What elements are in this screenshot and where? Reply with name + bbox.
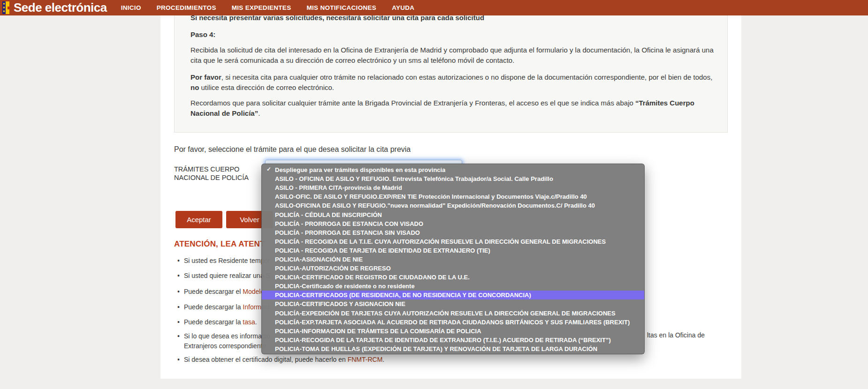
dropdown-option[interactable]: POLICIA-INFORMACION DE TRÁMITES DE LA CO… bbox=[262, 327, 644, 336]
bullet-icon: • bbox=[177, 271, 184, 280]
fnmt-link[interactable]: FNMT-RCM bbox=[348, 356, 383, 363]
dropdown-option[interactable]: ASILO-OFICINA DE ASILO Y REFUGIO."nueva … bbox=[262, 201, 644, 210]
dropdown-option[interactable]: POLICIA-TOMA DE HUELLAS (EXPEDICIÓN DE T… bbox=[262, 344, 644, 353]
nav-item-procedimientos[interactable]: PROCEDIMIENTOS bbox=[157, 4, 216, 11]
list-item: •Puede descargar el Modelo o bbox=[177, 287, 270, 296]
brand-title[interactable]: Sede electrónica bbox=[14, 0, 107, 15]
dropdown-option-label: POLICÍA-EXP.TARJETA ASOCIADA AL ACUERDO … bbox=[275, 319, 630, 326]
intro-paragraph-1: Recibida la solicitud de cita del intere… bbox=[190, 45, 714, 66]
dropdown-option[interactable]: ASILO - OFICINA DE ASILO Y REFUGIO. Entr… bbox=[262, 174, 644, 183]
dropdown-option-selected[interactable]: POLICIA-CERTIFICADOS (DE RESIDENCIA, DE … bbox=[262, 291, 644, 299]
dropdown-option[interactable]: POLICÍA - CÉDULA DE INSCRIPCIÓN bbox=[262, 210, 644, 219]
nav-item-mis-expedientes[interactable]: MIS EXPEDIENTES bbox=[232, 4, 291, 11]
bullet-icon: • bbox=[177, 317, 184, 327]
accept-button[interactable]: Aceptar bbox=[175, 211, 222, 228]
intro-clipped-line: Si necesita presentar varias solicitudes… bbox=[190, 15, 714, 23]
tramites-field-label-line2: NACIONAL DE POLICÍA bbox=[174, 173, 249, 182]
bullet-text: Si lo que desea es informació bbox=[184, 332, 270, 340]
eu-stars-icon bbox=[2, 1, 6, 14]
dropdown-option-label: ASILO - PRIMERA CITA-provincia de Madrid bbox=[275, 184, 402, 191]
list-item: •Puede descargar la Informaci bbox=[177, 302, 270, 312]
dropdown-option-label: POLICIA-INFORMACION DE TRÁMITES DE LA CO… bbox=[275, 328, 481, 335]
main-nav: INICIOPROCEDIMIENTOSMIS EXPEDIENTESMIS N… bbox=[121, 4, 415, 11]
intro-p2-bold2: no bbox=[190, 83, 199, 91]
dropdown-option[interactable]: POLICÍA-EXP.TARJETA ASOCIADA AL ACUERDO … bbox=[262, 318, 644, 327]
bullet-icon: • bbox=[177, 355, 184, 364]
dropdown-option-label: POLICIA - RECOGIDA DE TARJETA DE IDENTID… bbox=[275, 247, 490, 254]
bullet-text: Puede descargar la bbox=[184, 318, 243, 326]
list-item: •Si usted quiere realizar una S bbox=[177, 271, 270, 280]
intro-paragraph-2: Por favor, si necesita cita para cualqui… bbox=[190, 72, 714, 93]
bullet-icon: • bbox=[177, 302, 184, 312]
dropdown-option[interactable]: POLICÍA - PRORROGA DE ESTANCIA CON VISAD… bbox=[262, 219, 644, 228]
bullet-text-right-fragment: ltas en la Oficina de bbox=[647, 331, 705, 339]
dropdown-option[interactable]: POLICIA-RECOGIDA DE LA TARJETA DE IDENTI… bbox=[262, 336, 644, 344]
dropdown-option[interactable]: POLICIA-CERTIFICADO DE REGISTRO DE CIUDA… bbox=[262, 273, 644, 282]
dropdown-option-label: ASILO - OFICINA DE ASILO Y REFUGIO. Entr… bbox=[275, 175, 553, 182]
intro-p3-text1: Recordamos que para solicitar cualquier … bbox=[190, 99, 635, 107]
bullet-text: . bbox=[382, 356, 384, 363]
step-title: Paso 4: bbox=[190, 30, 714, 40]
bullet-icon: • bbox=[177, 287, 184, 296]
dropdown-option-label: POLICIA-CERTIFICADO DE REGISTRO DE CIUDA… bbox=[275, 274, 470, 281]
dropdown-option-label: Despliegue para ver trámites disponibles… bbox=[275, 166, 445, 173]
spain-flag-icon bbox=[6, 1, 9, 14]
tramites-field-label: TRÁMITES CUERPO NACIONAL DE POLICÍA bbox=[174, 165, 249, 182]
dropdown-option[interactable]: POLICIA-Certificado de residente o no re… bbox=[262, 282, 644, 291]
bullet-text: Si usted quiere realizar una S bbox=[184, 272, 270, 279]
bullet-text-line2: Extranjeros correspondiente bbox=[184, 342, 266, 350]
dropdown-option-label: POLICÍA - RECOGIDA DE LA T.I.E. CUYA AUT… bbox=[275, 238, 606, 245]
dropdown-option-label: POLICIA-TOMA DE HUELLAS (EXPEDICIÓN DE T… bbox=[275, 345, 597, 352]
dropdown-option[interactable]: ASILO-OFIC. DE ASILO Y REFUGIO.EXP/REN T… bbox=[262, 192, 644, 201]
dropdown-option-label: POLICIA-AUTORIZACIÓN DE REGRESO bbox=[275, 265, 391, 272]
dropdown-option-label: POLICIA-Certificado de residente o no re… bbox=[275, 283, 415, 290]
checkmark-icon: ✓ bbox=[266, 166, 271, 172]
dropdown-option[interactable]: POLICÍA - RECOGIDA DE LA T.I.E. CUYA AUT… bbox=[262, 237, 644, 246]
nav-item-mis-notificaciones[interactable]: MIS NOTIFICACIONES bbox=[306, 4, 376, 11]
intro-paragraph-1-text: Recibida la solicitud de cita del intere… bbox=[190, 46, 714, 64]
dropdown-option[interactable]: ASILO - PRIMERA CITA-provincia de Madrid bbox=[262, 183, 644, 192]
tramites-dropdown: ✓Despliegue para ver trámites disponible… bbox=[261, 164, 645, 354]
bullet-icon: • bbox=[177, 256, 184, 265]
tasa-link[interactable]: tasa bbox=[243, 318, 255, 326]
dropdown-option-label: POLICÍA-EXPEDICIÓN DE TARJETAS CUYA AUTO… bbox=[275, 310, 616, 317]
dropdown-option-label: POLICIA-CERTIFICADOS Y ASIGNACION NIE bbox=[275, 300, 405, 307]
intro-p3-text2: . bbox=[258, 109, 260, 117]
dropdown-option[interactable]: POLICÍA - PRORROGA DE ESTANCIA SIN VISAD… bbox=[262, 228, 644, 237]
page: Si necesita presentar varias solicitudes… bbox=[0, 0, 868, 389]
top-navbar: Sede electrónica INICIOPROCEDIMIENTOSMIS… bbox=[0, 0, 868, 15]
bullet-text: Puede descargar la bbox=[184, 303, 243, 311]
tramites-field-label-line1: TRÁMITES CUERPO bbox=[174, 165, 249, 173]
list-item: •Si desea obtener el certificado digital… bbox=[177, 355, 384, 364]
dropdown-option[interactable]: ✓Despliegue para ver trámites disponible… bbox=[262, 165, 644, 174]
dropdown-option-label: POLICÍA - CÉDULA DE INSCRIPCIÓN bbox=[275, 211, 382, 218]
dropdown-option-label: ASILO-OFICINA DE ASILO Y REFUGIO."nueva … bbox=[275, 202, 595, 209]
list-item: •Si usted es Residente tempor bbox=[177, 256, 270, 265]
bullet-text: . bbox=[255, 318, 257, 326]
dropdown-option-label: POLICIA-RECOGIDA DE LA TARJETA DE IDENTI… bbox=[275, 337, 611, 344]
intro-p2-bold: Por favor bbox=[190, 73, 221, 81]
dropdown-option-label: POLICIA-CERTIFICADOS (DE RESIDENCIA, DE … bbox=[275, 292, 531, 299]
list-item: •Puede descargar la tasa. bbox=[177, 317, 257, 327]
bullet-text: Puede descargar el bbox=[184, 288, 243, 295]
nav-item-ayuda[interactable]: AYUDA bbox=[392, 4, 414, 11]
dropdown-option[interactable]: POLICÍA-EXPEDICIÓN DE TARJETAS CUYA AUTO… bbox=[262, 309, 644, 318]
nav-item-inicio[interactable]: INICIO bbox=[121, 4, 141, 11]
intro-p2-text1: , si necesita cita para cualquier otro t… bbox=[221, 73, 712, 81]
dropdown-option-label: POLICIA-ASIGNACIÓN DE NIE bbox=[275, 256, 363, 263]
dropdown-option-label: POLICÍA - PRORROGA DE ESTANCIA CON VISAD… bbox=[275, 220, 423, 227]
dropdown-option[interactable]: POLICIA-ASIGNACIÓN DE NIE bbox=[262, 255, 644, 264]
dropdown-option-label: ASILO-OFIC. DE ASILO Y REFUGIO.EXP/REN T… bbox=[275, 193, 587, 200]
select-prompt: Por favor, seleccione el trámite para el… bbox=[174, 145, 411, 154]
intro-box: Si necesita presentar varias solicitudes… bbox=[174, 15, 728, 133]
intro-paragraph-3: Recordamos que para solicitar cualquier … bbox=[190, 98, 714, 119]
bullet-icon: • bbox=[177, 331, 184, 341]
dropdown-option[interactable]: POLICIA-CERTIFICADOS Y ASIGNACION NIE bbox=[262, 299, 644, 308]
bullet-text: Si usted es Residente tempor bbox=[184, 257, 270, 264]
dropdown-option[interactable]: POLICIA - RECOGIDA DE TARJETA DE IDENTID… bbox=[262, 246, 644, 255]
dropdown-option-label: POLICÍA - PRORROGA DE ESTANCIA SIN VISAD… bbox=[275, 229, 420, 236]
attention-heading: ATENCIÓN, LEA ATENT bbox=[174, 239, 265, 249]
dropdown-option[interactable]: POLICIA-AUTORIZACIÓN DE REGRESO bbox=[262, 264, 644, 273]
intro-p2-text2: utilice esta dirección de correo electró… bbox=[199, 83, 334, 91]
bullet-text: Si desea obtener el certificado digital,… bbox=[184, 356, 348, 363]
